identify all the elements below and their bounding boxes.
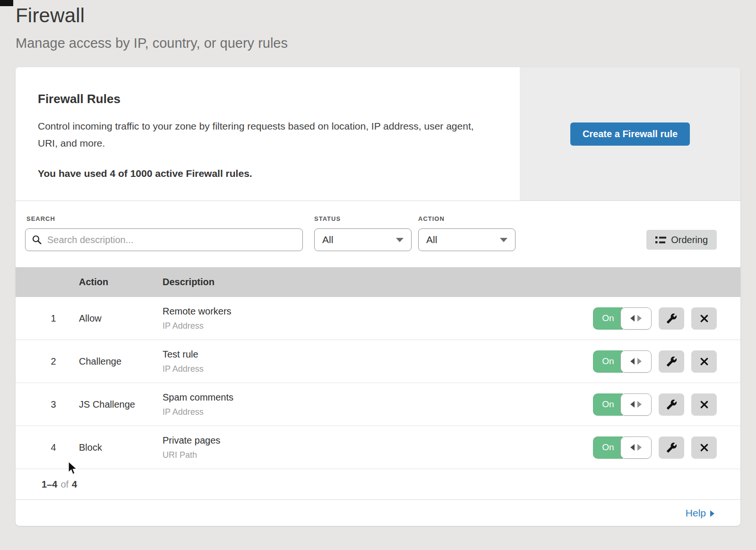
- section-description: Control incoming traffic to your zone by…: [38, 118, 487, 152]
- delete-rule-button[interactable]: [691, 437, 717, 459]
- caret-down-icon: [500, 238, 507, 242]
- pagination: 1–4 of 4: [16, 469, 740, 499]
- rule-priority: 4: [16, 442, 79, 453]
- ordering-button[interactable]: Ordering: [646, 230, 717, 250]
- rule-description: Test rule IP Address: [163, 349, 580, 374]
- rule-priority: 2: [16, 356, 79, 367]
- delete-rule-button[interactable]: [691, 307, 717, 330]
- toggle-state-label: On: [593, 437, 623, 459]
- rule-description: Spam comments IP Address: [163, 392, 580, 417]
- toggle-handle[interactable]: [620, 307, 652, 330]
- help-link-label: Help: [686, 507, 706, 519]
- rule-description: Remote workers IP Address: [163, 306, 580, 331]
- rule-match-type: URI Path: [163, 450, 580, 460]
- toggle-arrows-icon: [637, 358, 642, 365]
- rule-controls: On: [580, 307, 740, 330]
- toggle-arrows-icon: [637, 401, 642, 408]
- firewall-rules-header-section: Firewall Rules Control incoming traffic …: [16, 67, 740, 201]
- rule-description: Private pages URI Path: [163, 435, 580, 460]
- search-input[interactable]: [25, 228, 303, 251]
- column-header-description: Description: [163, 277, 580, 288]
- caret-down-icon: [396, 238, 404, 242]
- rule-controls: On: [580, 350, 740, 373]
- rule-enabled-toggle[interactable]: On: [593, 307, 652, 330]
- rules-table-body: 1 Allow Remote workers IP Address On: [16, 297, 740, 469]
- toggle-handle[interactable]: [620, 393, 652, 416]
- toggle-state-label: On: [593, 393, 623, 416]
- toggle-state-label: On: [593, 307, 623, 330]
- rule-priority: 1: [16, 313, 79, 324]
- toggle-arrows-icon: [630, 315, 635, 322]
- pagination-total: 4: [72, 479, 77, 490]
- ordering-button-label: Ordering: [671, 235, 708, 245]
- help-arrow-icon: [710, 510, 714, 517]
- rule-enabled-toggle[interactable]: On: [593, 393, 652, 416]
- search-label: SEARCH: [26, 215, 303, 222]
- rule-controls: On: [580, 437, 740, 459]
- rule-enabled-toggle[interactable]: On: [593, 350, 652, 373]
- status-selected-value: All: [322, 234, 333, 245]
- toggle-state-label: On: [593, 350, 623, 373]
- delete-rule-button[interactable]: [691, 350, 717, 373]
- table-header: Action Description: [16, 267, 740, 297]
- page-subtitle: Manage access by IP, country, or query r…: [16, 35, 740, 51]
- wrench-icon: [666, 399, 677, 410]
- toggle-arrows-icon: [637, 444, 642, 451]
- usage-note: You have used 4 of 1000 active Firewall …: [38, 168, 497, 179]
- firewall-rules-intro: Firewall Rules Control incoming traffic …: [16, 67, 520, 201]
- status-label: STATUS: [314, 215, 412, 222]
- toggle-arrows-icon: [637, 315, 642, 322]
- pagination-of: of: [60, 479, 69, 490]
- rule-row: 1 Allow Remote workers IP Address On: [16, 297, 740, 340]
- rule-priority: 3: [16, 399, 79, 410]
- wrench-icon: [666, 356, 677, 367]
- rule-match-type: IP Address: [163, 321, 580, 331]
- wrench-icon: [666, 442, 677, 453]
- rule-row: 2 Challenge Test rule IP Address On: [16, 340, 740, 383]
- toggle-handle[interactable]: [620, 437, 652, 459]
- rule-row: 4 Block Private pages URI Path On: [16, 426, 740, 469]
- pagination-range: 1–4: [42, 479, 57, 490]
- create-rule-panel: Create a Firewall rule: [520, 67, 740, 201]
- wrench-icon: [666, 313, 677, 324]
- ordered-list-icon: [655, 236, 666, 244]
- edit-rule-button[interactable]: [659, 437, 684, 459]
- toggle-arrows-icon: [630, 358, 635, 365]
- close-icon: [699, 357, 709, 367]
- action-label: ACTION: [418, 215, 515, 222]
- page-title: Firewall: [16, 4, 740, 27]
- status-select[interactable]: All: [314, 228, 412, 251]
- rule-description-title: Test rule: [163, 349, 580, 360]
- close-icon: [699, 443, 709, 453]
- rule-match-type: IP Address: [163, 407, 580, 417]
- edit-rule-button[interactable]: [659, 307, 684, 330]
- delete-rule-button[interactable]: [691, 393, 717, 416]
- rule-enabled-toggle[interactable]: On: [593, 437, 652, 459]
- edit-rule-button[interactable]: [659, 350, 684, 373]
- section-title: Firewall Rules: [38, 92, 497, 106]
- close-icon: [699, 314, 709, 323]
- action-select[interactable]: All: [418, 228, 515, 251]
- toggle-arrows-icon: [630, 401, 635, 408]
- rule-action: JS Challenge: [79, 399, 163, 410]
- create-firewall-rule-button[interactable]: Create a Firewall rule: [570, 122, 690, 146]
- action-selected-value: All: [426, 234, 437, 245]
- close-icon: [699, 400, 709, 410]
- card-footer: Help: [16, 499, 740, 526]
- rule-controls: On: [580, 393, 740, 416]
- filter-bar: SEARCH STATUS All ACTION All: [16, 201, 740, 267]
- rule-description-title: Spam comments: [163, 392, 580, 403]
- rule-match-type: IP Address: [163, 364, 580, 374]
- rule-action: Block: [79, 442, 163, 453]
- rule-action: Challenge: [79, 356, 163, 367]
- toggle-arrows-icon: [630, 444, 635, 451]
- help-link[interactable]: Help: [686, 507, 714, 519]
- rule-description-title: Private pages: [163, 435, 580, 446]
- screen-capture-artifact: [0, 0, 13, 6]
- edit-rule-button[interactable]: [659, 393, 684, 416]
- toggle-handle[interactable]: [620, 350, 652, 373]
- firewall-rules-card: Firewall Rules Control incoming traffic …: [16, 67, 740, 526]
- column-header-action: Action: [79, 277, 163, 288]
- rule-action: Allow: [79, 313, 163, 324]
- page-header: Firewall Manage access by IP, country, o…: [0, 0, 756, 51]
